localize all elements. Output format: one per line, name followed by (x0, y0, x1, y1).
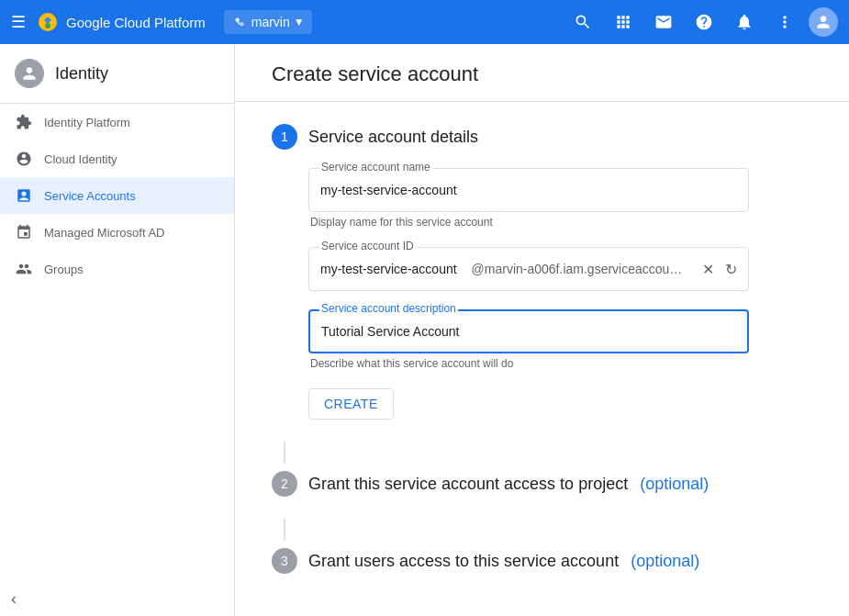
sidebar-item-label: Service Accounts (44, 189, 136, 203)
avatar[interactable] (809, 7, 838, 37)
step-2-title: Grant this service account access to pro… (308, 475, 709, 494)
step-3-title: Grant users access to this service accou… (308, 552, 699, 571)
bell-icon[interactable] (728, 6, 761, 39)
project-name: marvin (251, 15, 290, 29)
service-account-name-label: Service account name (319, 161, 432, 174)
service-account-name-field: Service account name Display name for th… (308, 168, 812, 229)
svg-point-1 (45, 23, 50, 28)
sidebar-item-label: Managed Microsoft AD (44, 226, 165, 240)
step-2-section: 2 Grant this service account access to p… (272, 471, 812, 497)
step-divider-2-3 (284, 519, 285, 541)
managed-ad-icon (15, 223, 33, 241)
service-account-description-hint: Describe what this service account will … (308, 357, 812, 370)
sidebar-item-cloud-identity[interactable]: Cloud Identity (0, 140, 234, 177)
project-icon (231, 14, 248, 30)
clear-id-icon[interactable]: ✕ (698, 257, 718, 282)
service-account-id-field: Service account ID my-test-service-accou… (308, 247, 812, 291)
project-dropdown-icon[interactable]: ▼ (294, 16, 305, 28)
cloud-identity-icon (15, 150, 33, 168)
step-1-header: 1 Service account details (272, 124, 812, 150)
svg-line-4 (238, 22, 240, 24)
identity-platform-icon (15, 113, 33, 131)
nav-icons (566, 6, 838, 39)
service-account-id-label: Service account ID (319, 240, 416, 252)
sidebar-item-groups[interactable]: Groups (0, 251, 234, 287)
step-3-section: 3 Grant users access to this service acc… (272, 548, 812, 574)
service-account-id-wrapper: my-test-service-account @marvin-a006f.ia… (308, 247, 749, 291)
sidebar-item-label: Groups (44, 263, 84, 276)
search-icon[interactable] (566, 6, 599, 39)
service-accounts-icon (15, 186, 33, 205)
step-1-section: 1 Service account details Service accoun… (272, 124, 812, 420)
sidebar-item-label: Identity Platform (44, 116, 130, 129)
step-1-circle: 1 (272, 124, 297, 150)
sidebar-item-managed-microsoft-ad[interactable]: Managed Microsoft AD (0, 214, 234, 251)
notifications-icon[interactable] (647, 6, 680, 39)
create-button[interactable]: CREATE (308, 388, 394, 420)
sidebar-collapse-button[interactable]: ‹ (0, 582, 235, 616)
sidebar: Identity Identity Platform Cloud Identit… (0, 44, 235, 616)
sidebar-header: Identity (0, 44, 234, 104)
help-icon[interactable] (687, 6, 721, 39)
service-account-id-value: my-test-service-account (309, 251, 468, 287)
service-account-name-hint: Display name for this service account (308, 216, 812, 229)
more-options-icon[interactable] (768, 6, 801, 39)
step-1-form: Service account name Display name for th… (272, 168, 812, 420)
sidebar-item-label: Cloud Identity (44, 152, 117, 166)
brand: Google Cloud Platform (37, 11, 206, 33)
service-account-name-input[interactable] (308, 168, 749, 212)
gcp-logo (37, 11, 59, 33)
step-2-optional: (optional) (640, 475, 709, 493)
service-account-id-domain: @marvin-a006f.iam.gserviceaccount.com (468, 251, 691, 287)
step-2-header: 2 Grant this service account access to p… (272, 471, 812, 497)
refresh-id-icon[interactable]: ↻ (721, 257, 741, 282)
step-3-header: 3 Grant users access to this service acc… (272, 548, 812, 574)
service-account-description-label: Service account description (319, 302, 458, 315)
step-3-circle: 3 (272, 548, 297, 574)
sidebar-title: Identity (55, 64, 108, 84)
step-2-circle: 2 (272, 471, 297, 497)
page-title: Create service account (235, 44, 849, 102)
project-selector[interactable]: marvin ▼ (224, 10, 312, 34)
app-title: Google Cloud Platform (66, 15, 206, 30)
id-field-actions: ✕ ↻ (691, 257, 748, 282)
svg-point-2 (235, 18, 240, 23)
sidebar-item-service-accounts[interactable]: Service Accounts (0, 177, 234, 214)
groups-icon (15, 260, 33, 278)
step-1-title: Service account details (308, 128, 478, 147)
main-body: 1 Service account details Service accoun… (235, 102, 849, 616)
sidebar-item-identity-platform[interactable]: Identity Platform (0, 104, 234, 140)
main-layout: Identity Identity Platform Cloud Identit… (0, 44, 849, 616)
main-content: Create service account 1 Service account… (235, 44, 849, 616)
sidebar-header-icon (15, 59, 44, 88)
top-nav: ☰ Google Cloud Platform marvin ▼ (0, 0, 849, 44)
step-divider-1-2 (284, 442, 285, 464)
service-account-description-field: Service account description Describe wha… (308, 309, 812, 370)
products-icon[interactable] (607, 6, 640, 39)
svg-point-3 (240, 22, 244, 27)
service-account-description-input[interactable] (308, 309, 749, 353)
menu-icon[interactable]: ☰ (11, 12, 26, 32)
step-3-optional: (optional) (631, 552, 699, 570)
